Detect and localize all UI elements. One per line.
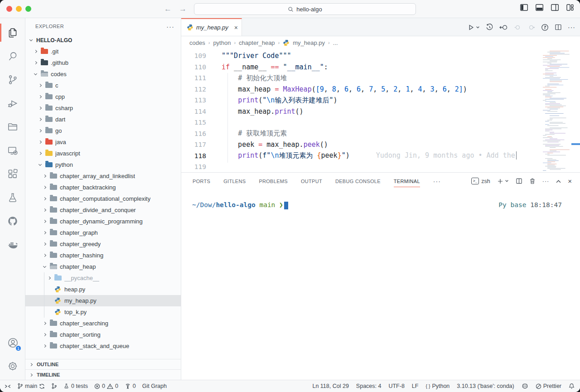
- breadcrumb-python[interactable]: python: [213, 39, 231, 46]
- broadcast-status[interactable]: 0: [125, 383, 136, 389]
- activity-remote-explorer[interactable]: [0, 139, 25, 162]
- activity-github[interactable]: [0, 209, 25, 233]
- tree-item-dart[interactable]: dart: [25, 114, 181, 125]
- branch-indicator[interactable]: main: [17, 383, 45, 389]
- split-editor-icon[interactable]: [555, 24, 562, 31]
- problems-status[interactable]: 0 0: [94, 383, 118, 389]
- run-dropdown-icon[interactable]: [476, 25, 480, 29]
- tree-item--pycache-[interactable]: __pycache__: [25, 272, 181, 284]
- tree-item-chapter-greedy[interactable]: chapter_greedy: [25, 238, 181, 250]
- open-changes-icon[interactable]: [499, 24, 508, 31]
- timeline-history-icon[interactable]: [486, 24, 493, 31]
- code-line-118[interactable]: 118 print(f"\n堆顶元素为 {peek}")Yudong Jin, …: [181, 150, 580, 162]
- tree-item-my-heap-py[interactable]: my_heap.py: [25, 295, 181, 306]
- activity-folder-explorer[interactable]: [0, 115, 25, 139]
- kill-terminal-icon[interactable]: [529, 178, 536, 184]
- cursor-position[interactable]: Ln 118, Col 29: [312, 383, 348, 389]
- remote-indicator[interactable]: [5, 383, 11, 389]
- test-status[interactable]: 0 tests: [63, 383, 88, 389]
- split-terminal-icon[interactable]: [516, 178, 522, 184]
- notifications[interactable]: [569, 383, 575, 389]
- toggle-panel-icon[interactable]: [536, 4, 543, 11]
- terminal-dropdown-icon[interactable]: [505, 179, 509, 183]
- toggle-sidebar-icon[interactable]: [520, 4, 528, 11]
- timeline-section[interactable]: TIMELINE: [25, 369, 181, 380]
- tree-item-hello-algo[interactable]: HELLO-ALGO: [25, 34, 181, 46]
- panel-tab-ports[interactable]: PORTS: [193, 173, 210, 189]
- panel-tab-gitlens[interactable]: GITLENS: [223, 173, 246, 189]
- activity-search[interactable]: [0, 44, 25, 68]
- minimize-window-button[interactable]: [16, 6, 22, 12]
- tree-item-javascript[interactable]: javascript: [25, 148, 181, 159]
- breadcrumb-symbol[interactable]: ...: [333, 39, 338, 46]
- code-line-117[interactable]: 117 peek = max_heap.peek(): [181, 139, 580, 150]
- activity-docker[interactable]: [0, 233, 25, 256]
- navigate-back-icon[interactable]: ←: [164, 4, 172, 14]
- command-center-search[interactable]: hello-algo: [194, 3, 416, 15]
- close-panel-icon[interactable]: ×: [568, 177, 572, 185]
- panel-tab-debug-console[interactable]: DEBUG CONSOLE: [335, 173, 381, 189]
- tree-item-heap-py[interactable]: heap.py: [25, 284, 181, 295]
- code-editor[interactable]: 109"""Driver Code"""110if __name__ == "_…: [181, 49, 580, 172]
- copilot-status[interactable]: [522, 383, 528, 389]
- code-line-113[interactable]: 113 print("\n输入列表并建堆后"): [181, 95, 580, 106]
- git-graph-button[interactable]: Git Graph: [142, 383, 167, 389]
- explorer-actions-icon[interactable]: ···: [166, 23, 174, 30]
- run-python-icon[interactable]: [467, 24, 475, 31]
- breadcrumb-file[interactable]: my_heap.py: [293, 39, 325, 46]
- tree-item-chapter-sorting[interactable]: chapter_sorting: [25, 329, 181, 340]
- previous-change-icon[interactable]: [514, 24, 522, 31]
- account-button[interactable]: 1: [0, 331, 25, 354]
- panel-tabs-more-icon[interactable]: ···: [433, 178, 441, 185]
- tree-item-top-k-py[interactable]: top_k.py: [25, 306, 181, 318]
- tree-item--git[interactable]: .git: [25, 46, 181, 57]
- tree-item-chapter-stack-and-queue[interactable]: chapter_stack_and_queue: [25, 340, 181, 352]
- zoom-window-button[interactable]: [25, 6, 31, 12]
- code-line-114[interactable]: 114 max_heap.print(): [181, 106, 580, 117]
- tree-item--github[interactable]: .github: [25, 57, 181, 68]
- activity-run-debug[interactable]: [0, 92, 25, 115]
- maximize-panel-icon[interactable]: [556, 179, 561, 183]
- settings-button[interactable]: [0, 354, 25, 378]
- panel-more-actions-icon[interactable]: ···: [542, 178, 550, 184]
- tree-item-chapter-searching[interactable]: chapter_searching: [25, 318, 181, 329]
- panel-tab-output[interactable]: OUTPUT: [301, 173, 322, 189]
- language-mode[interactable]: { } Python: [425, 383, 450, 389]
- tree-item-chapter-backtracking[interactable]: chapter_backtracking: [25, 182, 181, 193]
- python-interpreter[interactable]: 3.10.13 ('base': conda): [457, 383, 514, 389]
- breadcrumb-chapter-heap[interactable]: chapter_heap: [239, 39, 275, 46]
- tree-item-python[interactable]: python: [25, 159, 181, 170]
- gitlens-indicator[interactable]: [51, 383, 57, 389]
- editor-more-actions-icon[interactable]: ···: [568, 24, 575, 31]
- tree-item-chapter-array-and-linkedlist[interactable]: chapter_array_and_linkedlist: [25, 170, 181, 182]
- code-line-110[interactable]: 110if __name__ == "__main__":: [181, 62, 580, 73]
- prettier-status[interactable]: Prettier: [536, 383, 561, 389]
- tree-item-java[interactable]: java: [25, 136, 181, 148]
- code-line-111[interactable]: 111 # 初始化大顶堆: [181, 73, 580, 84]
- outline-section[interactable]: OUTLINE: [25, 359, 181, 369]
- terminal-content[interactable]: ~/Dow/hello-algo main ❯ Py base 18:18:47: [181, 189, 580, 209]
- next-change-icon[interactable]: [527, 24, 535, 31]
- tree-item-chapter-graph[interactable]: chapter_graph: [25, 227, 181, 238]
- tree-item-csharp[interactable]: csharp: [25, 102, 181, 114]
- minimap[interactable]: [539, 49, 580, 172]
- tree-item-codes[interactable]: codes: [25, 68, 181, 80]
- encoding[interactable]: UTF-8: [388, 383, 404, 389]
- code-line-116[interactable]: 116 # 获取堆顶元素: [181, 128, 580, 140]
- tree-item-chapter-hashing[interactable]: chapter_hashing: [25, 250, 181, 261]
- code-line-119[interactable]: 119: [181, 161, 580, 172]
- activity-explorer[interactable]: [0, 21, 25, 44]
- panel-tab-problems[interactable]: PROBLEMS: [259, 173, 288, 189]
- customize-layout-icon[interactable]: [566, 4, 574, 11]
- panel-tab-terminal[interactable]: TERMINAL: [394, 173, 420, 189]
- activity-testing[interactable]: [0, 186, 25, 209]
- run-in-terminal-icon[interactable]: [541, 24, 549, 31]
- tab-my-heap[interactable]: my_heap.py ×: [181, 18, 242, 36]
- toggle-secondary-sidebar-icon[interactable]: [551, 4, 559, 11]
- eol-sequence[interactable]: LF: [412, 383, 419, 389]
- code-line-109[interactable]: 109"""Driver Code""": [181, 50, 580, 62]
- navigate-forward-icon[interactable]: →: [179, 4, 187, 14]
- close-window-button[interactable]: [6, 6, 12, 12]
- tree-item-chapter-dynamic-programming[interactable]: chapter_dynamic_programming: [25, 216, 181, 227]
- tree-item-chapter-divide-and-conquer[interactable]: chapter_divide_and_conquer: [25, 204, 181, 216]
